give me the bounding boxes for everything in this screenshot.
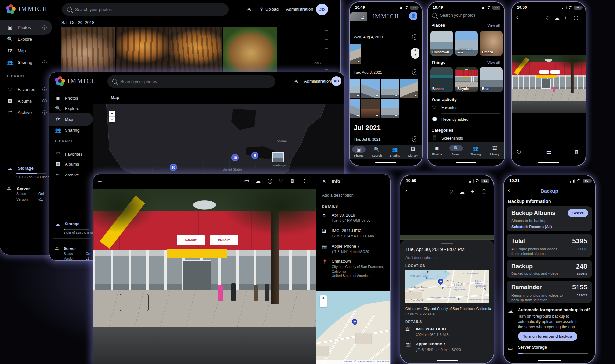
cloud-download-icon[interactable]: ☁: [256, 178, 261, 184]
map-cluster-marker[interactable]: 10: [231, 154, 239, 161]
administration-button[interactable]: Administration: [286, 7, 313, 12]
info-icon[interactable]: i: [574, 16, 578, 20]
photo-in-n-out[interactable]: [512, 55, 586, 113]
zoom-in-button[interactable]: +: [109, 111, 115, 117]
cloud-upload-icon[interactable]: ☁: [554, 15, 560, 21]
administration-button[interactable]: Administration: [304, 79, 331, 84]
sidebar-item-albums[interactable]: 🖼Albums: [7, 94, 32, 107]
info-icon[interactable]: i: [482, 189, 486, 194]
info-circle-icon[interactable]: i: [42, 25, 47, 30]
photo-in-n-out[interactable]: IN-N-OUT IN-N-OUT: [93, 189, 316, 364]
map-attribution[interactable]: Leaflet | © OpenStreetMap contributors: [344, 360, 389, 363]
immich-logo[interactable]: IMMICH: [55, 76, 97, 86]
zoom-in-button[interactable]: +: [320, 295, 327, 301]
kebab-menu-icon[interactable]: ⋮: [302, 178, 307, 184]
place-card[interactable]: Chinatown: [430, 31, 453, 56]
drag-handle[interactable]: [441, 243, 453, 244]
photo-thumbnail[interactable]: [61, 27, 115, 72]
search-input[interactable]: Search your photos: [432, 13, 475, 18]
trash-icon[interactable]: 🗑: [290, 178, 295, 183]
zoom-out-button[interactable]: −: [320, 301, 327, 307]
thing-card[interactable]: Bicycle: [455, 67, 478, 92]
nav-search[interactable]: 🔍Search: [368, 146, 386, 157]
heart-icon[interactable]: ♡: [448, 189, 453, 195]
trash-icon[interactable]: 🗑: [574, 149, 579, 155]
back-chevron-icon[interactable]: ‹: [516, 14, 518, 20]
things-view-all[interactable]: View all: [487, 61, 500, 64]
nav-library[interactable]: 🖼Library: [404, 146, 422, 157]
photo-thumbnail[interactable]: ☁̸: [350, 12, 367, 21]
thing-card[interactable]: Boat: [480, 67, 503, 92]
favorites-item[interactable]: Favorites: [441, 105, 457, 110]
info-circle-icon[interactable]: i: [42, 60, 47, 64]
description-input[interactable]: Add a description: [322, 193, 354, 198]
map-cluster-marker[interactable]: 10: [170, 164, 177, 171]
upload-button[interactable]: ⇪Upload: [260, 7, 279, 12]
photo-thumbnail[interactable]: [116, 27, 169, 72]
description-input[interactable]: Add description...: [405, 255, 437, 260]
user-avatar[interactable]: JD: [316, 4, 328, 15]
back-chevron-icon[interactable]: ‹: [405, 188, 407, 194]
archive-icon[interactable]: 🗃: [546, 149, 551, 155]
search-input[interactable]: Search your photos: [107, 75, 275, 88]
cloud-upload-icon[interactable]: ☁: [460, 189, 465, 195]
map-zoom-control[interactable]: + −: [109, 111, 115, 122]
photo-thumbnail[interactable]: ☁: [361, 99, 380, 118]
heart-icon[interactable]: ♡: [545, 15, 550, 21]
back-arrow-icon[interactable]: ←: [97, 178, 103, 184]
sidebar-item-map[interactable]: 🗺Map: [7, 44, 26, 57]
archive-icon[interactable]: 🗃: [244, 178, 249, 183]
sidebar-item-archive[interactable]: 🗃Archive: [7, 106, 32, 119]
photo-thumbnail[interactable]: ☁: [350, 44, 361, 64]
search-input[interactable]: Search your photos: [62, 3, 229, 16]
plus-icon[interactable]: +: [471, 189, 474, 195]
select-button[interactable]: Select: [568, 209, 588, 217]
photo-thumbnail[interactable]: ☁: [361, 79, 380, 98]
timeline-scrubber-handle[interactable]: ▲▼: [411, 48, 419, 59]
back-chevron-icon[interactable]: ‹: [508, 188, 510, 193]
sidebar-item-sharing[interactable]: 👥Sharing: [7, 56, 32, 69]
close-icon[interactable]: ✕: [322, 178, 326, 184]
user-avatar[interactable]: AU: [331, 76, 341, 86]
map-photo-marker[interactable]: [272, 152, 284, 162]
photo-thumbnail[interactable]: ☁: [381, 99, 399, 118]
turn-on-backup-button[interactable]: Turn on foreground backup: [518, 332, 577, 341]
photo-thumbnail[interactable]: ☁: [381, 79, 399, 98]
plus-icon[interactable]: +: [564, 15, 567, 21]
nav-sharing[interactable]: 👥Sharing: [386, 146, 404, 157]
select-check-icon[interactable]: ✓: [412, 34, 417, 40]
photo-thumbnail[interactable]: [223, 27, 277, 72]
photo-thumbnail[interactable]: ☁: [400, 79, 418, 98]
sidebar-item-photos[interactable]: ▣Photos: [7, 21, 31, 34]
minimap-zoom-control[interactable]: + −: [320, 295, 327, 307]
theme-toggle-icon[interactable]: ☀: [247, 6, 252, 13]
photo-thumbnail[interactable]: [169, 27, 222, 72]
sidebar-item-archive[interactable]: 🗃Archive: [55, 169, 79, 181]
nav-photos[interactable]: ▣Photos: [428, 145, 447, 156]
photo-sliver[interactable]: [400, 235, 494, 240]
thing-card[interactable]: Banana: [430, 67, 453, 92]
recently-added-item[interactable]: Recently added: [441, 117, 468, 122]
zoom-out-button[interactable]: −: [109, 117, 115, 122]
heart-icon[interactable]: ♡: [279, 178, 283, 184]
theme-toggle-icon[interactable]: ☀: [294, 78, 299, 85]
select-check-icon[interactable]: ✓: [412, 69, 417, 75]
photo-thumbnail[interactable]: ☁: [350, 99, 360, 118]
nav-photos[interactable]: ▣Photos: [350, 146, 368, 157]
nav-sharing[interactable]: 👥Sharing: [466, 145, 485, 156]
profile-avatar-icon[interactable]: 👤: [409, 12, 417, 20]
place-card[interactable]: Near north side: [455, 31, 478, 56]
sidebar-item-favorites[interactable]: ♡Favorites: [7, 83, 35, 96]
info-circle-icon[interactable]: i: [42, 110, 47, 115]
sidebar-item-explore[interactable]: 🔍Explore: [7, 33, 32, 46]
places-view-all[interactable]: View all: [487, 23, 500, 27]
info-circle-icon[interactable]: i: [42, 87, 47, 91]
sidebar-item-sharing[interactable]: 👥Sharing: [55, 124, 80, 136]
nav-search[interactable]: 🔍Search: [447, 145, 466, 156]
nav-library[interactable]: 🖼Library: [485, 145, 504, 156]
immich-logo[interactable]: IMMICH: [6, 4, 48, 14]
info-icon[interactable]: i: [268, 179, 272, 184]
info-minimap[interactable]: + − Leaflet | © OpenStreetMap contributo…: [316, 291, 390, 364]
photo-thumbnail[interactable]: ☁: [350, 79, 360, 98]
location-map[interactable]: ✝⚓ P P P Hyde Street Harbor The Embarcad…: [405, 270, 489, 303]
